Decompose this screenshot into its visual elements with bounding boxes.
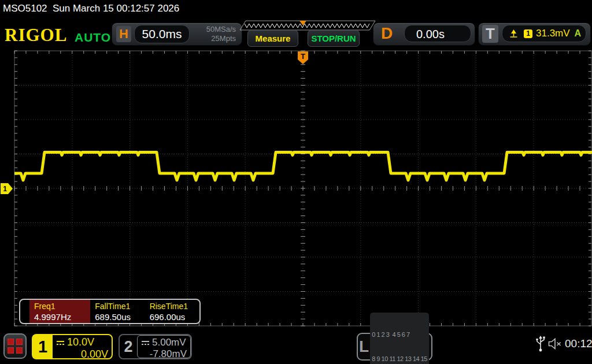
trigger-position-marker[interactable]: T [298,51,308,64]
delay-menu[interactable]: D 0.00s [373,23,475,46]
trigger-source-badge: 1 [524,29,532,38]
memory-depth: 25Mpts [206,34,236,43]
measurement-box: Freq1 4.9997Hz FallTime1 689.50us RiseTi… [19,299,201,324]
channel-1-offset: 0.00V [56,348,108,361]
stop-run-button[interactable]: STOP/RUN [308,30,360,47]
window-title: MSO5102 Sun March 15 00:12:57 2026 [0,0,592,17]
measurement-risetime1[interactable]: RiseTime1 696.00us [145,300,199,323]
menu-grid-icon[interactable] [3,333,27,359]
trigger-label: T [482,25,498,43]
delay-label: D [381,24,393,43]
logic-label: L [358,337,370,356]
measurement-falltime1[interactable]: FallTime1 689.50us [90,300,145,323]
dc-coupling-icon [141,340,150,346]
clock: 00:12 [565,337,592,350]
logic-channels-box[interactable]: L 0 1 2 3 4 5 6 7 8 9 10 11 12 13 14 15 [357,333,432,361]
measurement-value: 689.50us [95,311,145,322]
trigger-menu[interactable]: T 1 31.3mV A [478,23,591,46]
usb-icon [535,335,546,352]
graticule [14,51,591,326]
channel-2-offset: -7.80mV [141,348,187,360]
trigger-level: 31.3mV [536,28,570,39]
measurement-value: 696.00us [150,311,199,322]
measure-button[interactable]: Measure [247,30,298,47]
trigger-mode: A [574,28,581,39]
measurement-label: Freq1 [34,302,90,311]
rising-edge-icon [509,29,518,38]
channel-1-scale: 10.0V [67,336,94,348]
channel-2-scale: 5.00mV [152,337,186,348]
svg-text:T: T [301,52,305,61]
measurement-value: 4.9997Hz [34,311,90,322]
sample-info: 50MSa/s 25Mpts [206,25,236,43]
timebase-value[interactable]: 50.0ms [134,25,190,43]
memory-waveform-preview [245,24,369,28]
channel-1-box[interactable]: 1 10.0V 0.00V [32,334,113,359]
header-bar: RIGOL AUTO H 50.0ms 50MSa/s 25Mpts Measu… [0,18,592,49]
memory-position-bar[interactable] [239,20,376,31]
measurement-label: RiseTime1 [150,302,199,311]
dc-coupling-icon [56,340,65,346]
trigger-panel[interactable]: 1 31.3mV A [502,25,586,42]
channel-2-number: 2 [120,335,137,358]
sample-rate: 50MSa/s [206,25,236,34]
horizontal-label: H [116,26,131,42]
delay-value[interactable]: 0.00s [404,25,471,42]
rigol-logo: RIGOL [5,25,67,46]
bottom-bar: 1 10.0V 0.00V 2 5.00mV -7.80mV [0,328,592,364]
channel-2-box[interactable]: 2 5.00mV -7.80mV [119,334,192,359]
svg-text:1: 1 [3,185,7,193]
acquisition-status: AUTO [75,31,111,44]
logic-channel-numbers: 0 1 2 3 4 5 6 7 8 9 10 11 12 13 14 15 [370,313,429,364]
measurement-label: FallTime1 [95,302,145,311]
channel-1-marker[interactable]: 1 [1,183,13,194]
measurement-freq1[interactable]: Freq1 4.9997Hz [29,300,90,323]
channel-1-number: 1 [33,335,53,358]
horizontal-menu[interactable]: H 50.0ms 50MSa/s 25Mpts [112,23,242,46]
sound-muted-icon[interactable] [548,338,563,350]
